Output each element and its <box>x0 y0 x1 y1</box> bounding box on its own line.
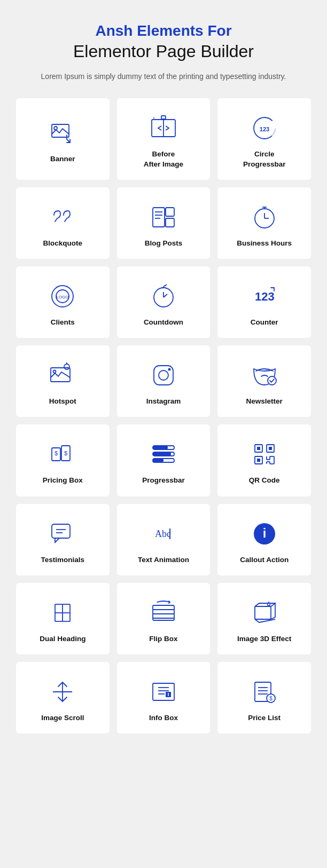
svg-rect-10 <box>166 208 174 216</box>
info-box-label: Info Box <box>149 713 178 723</box>
svg-text:123: 123 <box>259 126 269 132</box>
blog-posts-icon <box>149 202 178 232</box>
svg-text:i: i <box>262 526 266 540</box>
card-dual-heading[interactable]: Dual Heading <box>16 583 110 654</box>
callout-action-icon: i <box>250 519 279 549</box>
image-3d-effect-label: Image 3D Effect <box>237 634 291 644</box>
svg-rect-85 <box>153 683 174 700</box>
qr-code-icon <box>250 439 279 469</box>
svg-rect-80 <box>255 606 271 619</box>
svg-rect-49 <box>257 447 260 450</box>
svg-text:$: $ <box>54 450 58 456</box>
counter-icon: 123 <box>250 281 279 311</box>
blockquote-label: Blockquote <box>43 239 83 248</box>
flip-box-icon <box>149 598 178 628</box>
card-progressbar[interactable]: Progressbar <box>117 424 211 496</box>
card-counter[interactable]: 123 Counter <box>217 266 311 338</box>
svg-rect-43 <box>153 446 168 449</box>
dual-heading-label: Dual Heading <box>40 634 85 644</box>
countdown-label: Countdown <box>144 318 183 327</box>
business-hours-icon <box>250 202 279 232</box>
pricing-box-label: Pricing Box <box>43 476 83 485</box>
card-flip-box[interactable]: Flip Box <box>117 583 211 654</box>
circle-progressbar-label: CircleProgressbar <box>243 149 286 169</box>
card-newsletter[interactable]: Newsletter <box>217 345 311 417</box>
counter-label: Counter <box>251 318 278 327</box>
widget-grid: Banner BeforeAfter Image <box>16 98 311 733</box>
newsletter-label: Newsletter <box>246 397 283 406</box>
svg-rect-5 <box>161 116 166 119</box>
header: Ansh Elements For Elementor Page Builder… <box>16 21 311 82</box>
banner-icon <box>48 118 77 148</box>
page-wrapper: Ansh Elements For Elementor Page Builder… <box>0 0 327 755</box>
card-instagram[interactable]: Instagram <box>117 345 211 417</box>
card-countdown[interactable]: Countdown <box>117 266 211 338</box>
svg-text:$: $ <box>269 696 272 701</box>
svg-rect-45 <box>153 452 171 456</box>
card-clients[interactable]: LOGO Clients <box>16 266 110 338</box>
svg-rect-47 <box>153 459 164 462</box>
before-after-icon <box>149 113 178 143</box>
flip-box-label: Flip Box <box>149 634 177 644</box>
card-image-scroll[interactable]: Image Scroll <box>16 662 110 733</box>
countdown-icon <box>149 281 178 311</box>
price-list-label: Price List <box>248 713 281 723</box>
image-scroll-icon <box>48 677 77 707</box>
card-business-hours[interactable]: Business Hours <box>217 187 311 259</box>
pricing-box-icon: $ $ <box>48 439 77 469</box>
before-after-label: BeforeAfter Image <box>144 149 183 169</box>
card-qr-code[interactable]: QR Code <box>217 424 311 496</box>
dual-heading-icon <box>48 598 77 628</box>
svg-point-31 <box>53 370 56 373</box>
card-before-after[interactable]: BeforeAfter Image <box>117 98 211 179</box>
svg-rect-53 <box>257 459 260 462</box>
instagram-label: Instagram <box>146 397 181 406</box>
svg-rect-51 <box>269 447 272 450</box>
svg-rect-11 <box>166 218 174 227</box>
svg-text:$: $ <box>64 450 67 456</box>
svg-text:Abc: Abc <box>155 528 171 539</box>
callout-action-label: Callout Action <box>240 555 289 565</box>
svg-text:LOGO: LOGO <box>57 295 69 299</box>
header-title-black: Elementor Page Builder <box>16 41 311 63</box>
svg-text:123: 123 <box>255 290 275 303</box>
progressbar-label: Progressbar <box>142 476 185 485</box>
svg-rect-9 <box>153 208 165 227</box>
clients-label: Clients <box>51 318 75 327</box>
card-hotspot[interactable]: Hotspot <box>16 345 110 417</box>
hotspot-label: Hotspot <box>49 397 76 406</box>
card-price-list[interactable]: $ Price List <box>217 662 311 733</box>
card-blog-posts[interactable]: Blog Posts <box>117 187 211 259</box>
qr-code-label: QR Code <box>249 476 280 485</box>
image-3d-effect-icon <box>250 598 279 628</box>
clients-icon: LOGO <box>48 281 77 311</box>
svg-point-35 <box>159 370 168 380</box>
card-circle-progressbar[interactable]: 123 CircleProgressbar <box>217 98 311 179</box>
blog-posts-label: Blog Posts <box>145 239 183 248</box>
testimonials-label: Testimonials <box>41 555 85 565</box>
testimonials-icon <box>48 519 77 549</box>
svg-line-25 <box>164 294 167 297</box>
svg-line-28 <box>164 285 167 287</box>
card-callout-action[interactable]: i Callout Action <box>217 504 311 575</box>
card-testimonials[interactable]: Testimonials <box>16 504 110 575</box>
price-list-icon: $ <box>250 677 279 707</box>
card-text-animation[interactable]: Abc Text Animation <box>117 504 211 575</box>
card-info-box[interactable]: Info Box <box>117 662 211 733</box>
blockquote-icon <box>48 202 77 232</box>
svg-point-81 <box>267 603 270 605</box>
card-blockquote[interactable]: Blockquote <box>16 187 110 259</box>
header-description: Lorem Ipsum is simply dummy text of the … <box>16 70 311 82</box>
card-banner[interactable]: Banner <box>16 98 110 179</box>
circle-progressbar-icon: 123 <box>250 113 279 143</box>
svg-point-32 <box>64 364 69 369</box>
instagram-icon <box>149 360 178 390</box>
svg-point-37 <box>268 376 276 385</box>
banner-label: Banner <box>50 154 75 164</box>
card-pricing-box[interactable]: $ $ Pricing Box <box>16 424 110 496</box>
svg-point-1 <box>54 127 57 130</box>
hotspot-icon <box>48 360 77 390</box>
card-image-3d-effect[interactable]: Image 3D Effect <box>217 583 311 654</box>
svg-point-36 <box>168 368 170 371</box>
business-hours-label: Business Hours <box>237 239 292 248</box>
